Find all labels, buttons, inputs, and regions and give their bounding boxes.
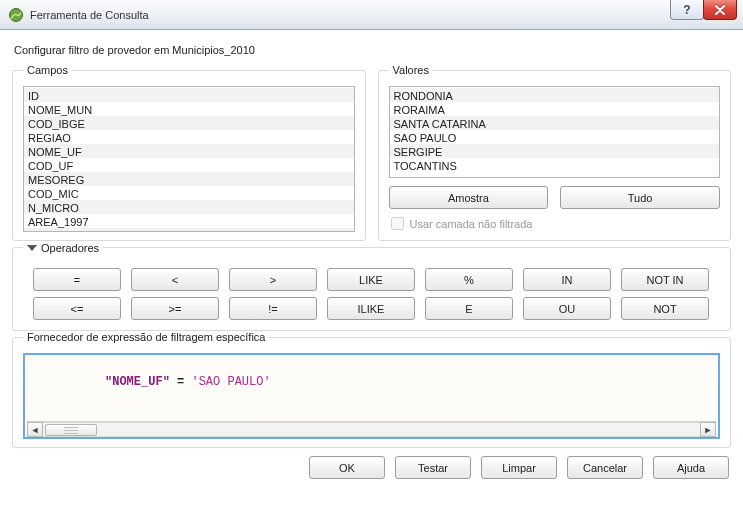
scroll-left-icon[interactable]: ◄ [27,422,43,437]
fields-group: Campos IDNOME_MUNCOD_IBGEREGIAONOME_UFCO… [12,64,366,241]
list-item[interactable]: COD_UF [24,158,354,172]
help-window-button[interactable]: ? [670,0,704,20]
list-item[interactable]: POPULACAO [24,228,354,232]
expr-value-token: 'SAO PAULO' [191,375,270,389]
list-item[interactable]: MESOREG [24,172,354,186]
list-item[interactable]: AREA_1997 [24,214,354,228]
list-item[interactable]: NOME_MUN [24,102,354,116]
operators-legend: Operadores [23,241,103,254]
chevron-down-icon [27,245,37,251]
operator-button[interactable]: OU [523,297,611,320]
operator-button[interactable]: < [131,268,219,291]
list-item[interactable]: ID [24,88,354,102]
operator-row: =<>LIKE%INNOT IN [33,268,710,291]
close-icon [714,5,726,15]
scroll-right-icon[interactable]: ► [700,422,716,437]
operator-button[interactable]: >= [131,297,219,320]
dialog-prompt: Configurar filtro de provedor em Municip… [14,44,729,56]
operator-button[interactable]: E [425,297,513,320]
sample-button[interactable]: Amostra [389,186,549,209]
test-button[interactable]: Testar [395,456,471,479]
operator-row: <=>=!=ILIKEEOUNOT [33,297,710,320]
scroll-track[interactable] [43,422,700,437]
values-legend: Valores [389,64,433,76]
help-button[interactable]: Ajuda [653,456,729,479]
operator-button[interactable]: = [33,268,121,291]
expression-hscrollbar[interactable]: ◄ ► [27,421,716,437]
operator-button[interactable]: % [425,268,513,291]
expression-group: Fornecedor de expressão de filtragem esp… [12,331,731,448]
operators-legend-label: Operadores [41,242,99,254]
list-item[interactable]: RONDONIA [390,88,720,102]
list-item[interactable]: TOCANTINS [390,158,720,172]
values-group: Valores RONDONIARORAIMASANTA CATARINASAO… [378,64,732,241]
list-item[interactable]: NOME_UF [24,144,354,158]
expr-op-token: = [170,375,192,389]
fields-listbox[interactable]: IDNOME_MUNCOD_IBGEREGIAONOME_UFCOD_UFMES… [23,86,355,232]
operator-button[interactable]: != [229,297,317,320]
expr-field-token: "NOME_UF" [105,375,170,389]
list-item[interactable]: SAO PAULO [390,130,720,144]
list-item[interactable]: COD_IBGE [24,116,354,130]
scroll-thumb[interactable] [45,424,97,436]
operator-button[interactable]: LIKE [327,268,415,291]
ok-button[interactable]: OK [309,456,385,479]
app-icon [8,7,24,23]
titlebar: Ferramenta de Consulta ? [0,0,743,30]
list-item[interactable]: SANTA CATARINA [390,116,720,130]
close-window-button[interactable] [703,0,737,20]
list-item[interactable]: N_MICRO [24,200,354,214]
operator-button[interactable]: NOT IN [621,268,709,291]
operator-button[interactable]: ILIKE [327,297,415,320]
operators-group: Operadores =<>LIKE%INNOT IN <=>=!=ILIKEE… [12,241,731,331]
operator-button[interactable]: <= [33,297,121,320]
expression-legend: Fornecedor de expressão de filtragem esp… [23,331,269,343]
list-item[interactable]: COD_MIC [24,186,354,200]
fields-legend: Campos [23,64,72,76]
cancel-button[interactable]: Cancelar [567,456,643,479]
operator-button[interactable]: > [229,268,317,291]
use-unfiltered-checkbox [391,217,404,230]
list-item[interactable]: RORAIMA [390,102,720,116]
use-unfiltered-label: Usar camada não filtrada [410,218,533,230]
operator-button[interactable]: IN [523,268,611,291]
clear-button[interactable]: Limpar [481,456,557,479]
window-buttons: ? [671,0,737,20]
operator-button[interactable]: NOT [621,297,709,320]
window-title: Ferramenta de Consulta [30,9,149,21]
expression-text[interactable]: "NOME_UF" = 'SAO PAULO' [27,359,716,421]
list-item[interactable]: REGIAO [24,130,354,144]
dialog-button-row: OK Testar Limpar Cancelar Ajuda [12,456,731,479]
values-listbox[interactable]: RONDONIARORAIMASANTA CATARINASAO PAULOSE… [389,86,721,178]
list-item[interactable]: SERGIPE [390,144,720,158]
all-button[interactable]: Tudo [560,186,720,209]
expression-editor[interactable]: "NOME_UF" = 'SAO PAULO' ◄ ► [23,353,720,439]
